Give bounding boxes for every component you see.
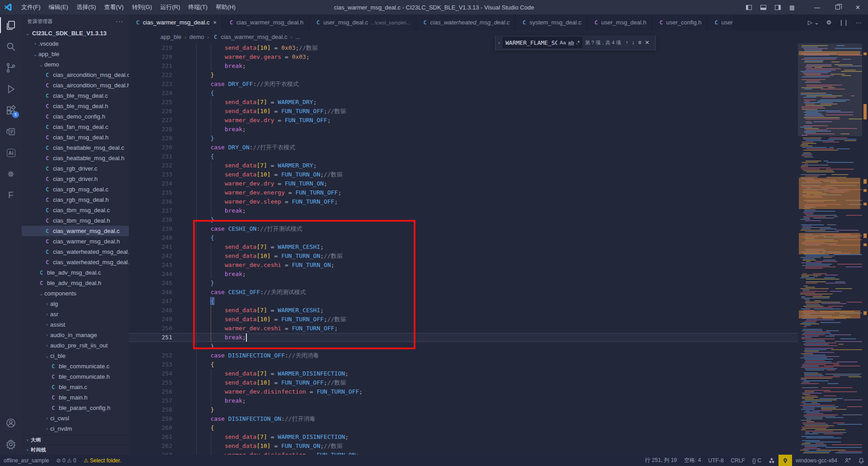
menu-item[interactable]: 选择(S) [72, 0, 100, 14]
status-cursor-position[interactable]: 行 251, 列 19 [642, 455, 681, 466]
code-line[interactable]: 246 case CESHI_OFF://关闭测试模式 [129, 288, 798, 297]
toggle-sidebar-icon[interactable] [743, 2, 755, 12]
tree-item[interactable]: Ccias_tbm_msg_deal.h [22, 215, 129, 226]
next-match-icon[interactable]: ↓ [632, 39, 634, 46]
tab[interactable]: Cuser_msg_deal.h [587, 14, 652, 30]
match-case-icon[interactable]: Aa [560, 40, 566, 45]
activity-source-control[interactable] [0, 57, 22, 78]
tree-item[interactable]: Ccias_warmer_msg_deal.c [22, 226, 129, 236]
tree-folder[interactable]: ›.vscode [22, 38, 129, 49]
status-task-name[interactable]: offline_asr_sample [0, 455, 53, 466]
tree-item[interactable]: Cble_adv_msg_deal.c [22, 267, 129, 278]
tree-item[interactable]: Ccias_fan_msg_deal.c [22, 122, 129, 132]
tree-item[interactable]: Cble_adv_msg_deal.h [22, 278, 129, 288]
code-line[interactable]: 224 { [129, 89, 798, 98]
code-line[interactable]: 251 break; [129, 333, 798, 342]
code-line[interactable]: 229 } [129, 134, 798, 143]
code-line[interactable]: 263 warmer_dev.disinfection = FUN_TURN_O… [129, 451, 798, 455]
whole-word-icon[interactable]: ab [568, 40, 574, 45]
status-encoding[interactable]: UTF-8 [705, 455, 727, 466]
status-compiler-kit[interactable]: windows-gcc-x64 [792, 455, 841, 466]
tab[interactable]: Ccias_waterheated_msg_deal.c [416, 14, 516, 30]
menu-item[interactable]: 帮助(H) [212, 0, 240, 14]
tree-item[interactable]: Ccias_ble_msg_deal.h [22, 101, 129, 111]
tree-item[interactable]: Cble_main.h [22, 392, 129, 403]
activity-account[interactable] [0, 412, 22, 433]
code-line[interactable]: 242 send_data[10] = FUN_TURN_ON;//数据 [129, 252, 798, 261]
tree-folder[interactable]: ›alg [22, 299, 129, 309]
breadcrumb-item[interactable]: cias_warmer_msg_deal.c [221, 33, 287, 40]
code-line[interactable]: 260 { [129, 423, 798, 433]
activity-extensions[interactable]: 5 [0, 100, 22, 121]
tree-folder[interactable]: ›audio_pre_rslt_iis_out [22, 340, 129, 351]
tree-item[interactable]: Ccias_heattable_msg_deal.h [22, 153, 129, 163]
code-line[interactable]: 257 break; [129, 396, 798, 405]
code-line[interactable]: 226 send_data[10] = FUN_TURN_OFF;//数据 [129, 107, 798, 116]
code-line[interactable]: 240 { [129, 233, 798, 243]
code-line[interactable]: 234 warmer_dev.dry = FUN_TURN_ON; [129, 179, 798, 188]
tree-folder[interactable]: ›assist [22, 319, 129, 330]
activity-settings[interactable] [0, 433, 22, 455]
code-line[interactable]: 222 } [129, 71, 798, 80]
run-button-icon[interactable]: ▷ ⌄ [808, 19, 819, 26]
find-input[interactable]: WARMER_FLAME_SC Aa ab .* [503, 37, 582, 48]
tree-item[interactable]: Ccias_aircondition_msg_deal.c [22, 70, 129, 80]
breadcrumb-item[interactable]: ... [295, 33, 300, 40]
settings-gear-button-icon[interactable]: ⚙ [826, 19, 832, 26]
tree-item[interactable]: Ccias_ble_msg_deal.c [22, 90, 129, 101]
tree-item[interactable]: Ccias_rgb_driver.c [22, 163, 129, 174]
breadcrumb-item[interactable]: demo [189, 33, 204, 40]
code-line[interactable]: 248 send_data[7] = WARMER_CESHI; [129, 306, 798, 315]
explorer-more-actions-icon[interactable]: ··· [116, 18, 123, 25]
close-button[interactable]: ✕ [848, 0, 868, 14]
minimap[interactable] [798, 43, 862, 455]
tab[interactable]: Cuser_msg_deal.c...\cwsl_sample\... [309, 14, 416, 30]
code-line[interactable]: 252 case DISINFECTION_OFF://关闭消毒 [129, 351, 798, 360]
activity-explorer[interactable] [0, 14, 22, 36]
find-in-selection-icon[interactable]: ≡ [638, 39, 641, 46]
tree-folder[interactable]: ›ci_nvdm [22, 423, 129, 434]
activity-search[interactable] [0, 36, 22, 57]
tree-item[interactable]: Ccias_heattable_msg_deal.c [22, 143, 129, 153]
tree-item[interactable]: Ccias_rgb_driver.h [22, 174, 129, 184]
code-line[interactable]: 241 send_data[7] = WARMER_CESHI; [129, 243, 798, 252]
code-line[interactable]: 253 { [129, 360, 798, 369]
code-line[interactable]: 238 } [129, 215, 798, 224]
code-line[interactable]: 233 send_data[10] = FUN_TURN_ON;//数据 [129, 170, 798, 179]
tree-item[interactable]: Ccias_fan_msg_deal.h [22, 132, 129, 143]
menu-item[interactable]: 转到(G) [128, 0, 156, 14]
code-line[interactable]: 247 { [129, 297, 798, 306]
code-line[interactable]: 228 break; [129, 125, 798, 134]
code-line[interactable]: 232 send_data[7] = WARMER_DRY; [129, 161, 798, 170]
breadcrumb-item[interactable]: app_ble [160, 33, 181, 40]
tab[interactable]: Cuser [708, 14, 734, 30]
overview-ruler[interactable] [862, 43, 868, 455]
tree-folder[interactable]: ⌄demo [22, 59, 129, 70]
status-notifications-icon[interactable] [854, 455, 868, 466]
code-line[interactable]: 235 warmer_dev.energy = FUN_TURN_OFF; [129, 188, 798, 197]
status-problems[interactable]: ⊘ 0 ⚠ 0 [53, 455, 80, 466]
tree-item[interactable]: Cble_param_config.h [22, 403, 129, 413]
code-line[interactable]: 259 case DISINFECTION_ON://打开消毒 [129, 414, 798, 423]
previous-match-icon[interactable]: ↑ [625, 39, 628, 46]
code-line[interactable]: 231 { [129, 152, 798, 161]
code-line[interactable]: 236 warmer_dev.sleep = FUN_TURN_OFF; [129, 197, 798, 206]
tab[interactable]: Cuser_config.h [652, 14, 708, 30]
tree-root[interactable]: ⌄ CI23LC_SDK_BLE_V1.3.13 [22, 28, 129, 38]
tree-folder[interactable]: ›asr [22, 309, 129, 319]
outline-section[interactable]: ›大纲 [22, 435, 129, 445]
status-eol[interactable]: CRLF [727, 455, 749, 466]
menu-item[interactable]: 编辑(E) [45, 0, 72, 14]
code-line[interactable]: 261 send_data[7] = WARMER_DISINFECTION; [129, 433, 798, 442]
status-build-blocks-icon[interactable] [765, 455, 778, 466]
code-line[interactable]: 262 send_data[10] = FUN_TURN_ON;//数据 [129, 442, 798, 451]
regex-icon[interactable]: .* [576, 40, 580, 45]
code-line[interactable]: 245 } [129, 279, 798, 288]
tree-item[interactable]: Ccias_rgb_msg_deal.c [22, 184, 129, 195]
toggle-panel-icon[interactable] [757, 2, 769, 12]
tree-item[interactable]: Cble_communicate.c [22, 361, 129, 371]
code-line[interactable]: 249 send_data[10] = FUN_TURN_OFF;//数据 [129, 315, 798, 324]
status-indentation[interactable]: 空格: 4 [680, 455, 704, 466]
code-line[interactable]: 254 send_data[7] = WARMER_DISINFECTION; [129, 369, 798, 378]
tree-item[interactable]: Cble_communicate.h [22, 371, 129, 382]
